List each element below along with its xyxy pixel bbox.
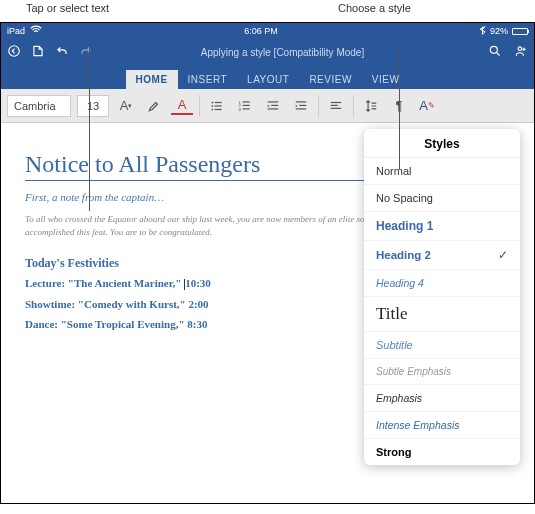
style-label: Heading 1 [376, 219, 433, 233]
svg-point-5 [211, 108, 213, 110]
numbering-button[interactable]: 123 [234, 95, 256, 117]
popover-title: Styles [364, 129, 520, 158]
style-label: Subtitle [376, 339, 413, 351]
app-window: iPad 6:06 PM 92% Applying a style [Compa… [0, 22, 535, 504]
svg-rect-12 [243, 101, 250, 102]
annotation-line-left [89, 41, 90, 211]
back-button[interactable] [7, 44, 21, 60]
outdent-button[interactable] [262, 95, 284, 117]
svg-rect-19 [299, 104, 306, 105]
ribbon-tabs: HOME INSERT LAYOUT REVIEW VIEW [1, 65, 534, 89]
style-option-strong[interactable]: Strong [364, 439, 520, 465]
svg-point-2 [518, 47, 522, 51]
svg-text:3: 3 [239, 106, 242, 111]
annotation-tap-select: Tap or select text [26, 2, 109, 14]
font-picker[interactable]: Cambria [7, 95, 71, 117]
style-option-intense-emphasis[interactable]: Intense Emphasis [364, 412, 520, 439]
doc-line-1a: Lecture: "The Ancient Mariner," [25, 277, 184, 289]
bluetooth-icon [479, 26, 486, 37]
style-option-heading-1[interactable]: Heading 1 [364, 212, 520, 241]
align-left-button[interactable] [325, 95, 347, 117]
redo-button[interactable] [79, 44, 93, 60]
separator [318, 95, 319, 117]
style-label: Title [376, 304, 408, 324]
font-color-button[interactable]: A [171, 97, 193, 115]
svg-rect-8 [215, 108, 222, 109]
style-option-subtle-emphasis[interactable]: Subtle Emphasis [364, 359, 520, 385]
doc-line-1b: 10:30 [185, 277, 211, 289]
device-label: iPad [7, 26, 25, 36]
svg-rect-14 [243, 108, 250, 109]
tab-view[interactable]: VIEW [362, 70, 410, 89]
svg-rect-21 [331, 101, 342, 102]
tab-insert[interactable]: INSERT [178, 70, 238, 89]
svg-rect-20 [296, 108, 307, 109]
tab-review[interactable]: REVIEW [299, 70, 361, 89]
battery-icon [512, 28, 528, 35]
annotation-layer: Tap or select text Choose a style [0, 0, 535, 22]
tab-home[interactable]: HOME [126, 70, 178, 89]
highlight-button[interactable] [143, 95, 165, 117]
style-option-subtitle[interactable]: Subtitle [364, 332, 520, 359]
document-canvas[interactable]: Notice to All Passengers First, a note f… [1, 123, 534, 503]
style-option-emphasis[interactable]: Emphasis [364, 385, 520, 412]
svg-rect-17 [268, 108, 279, 109]
separator [353, 95, 354, 117]
style-option-no-spacing[interactable]: No Spacing [364, 185, 520, 212]
tab-layout[interactable]: LAYOUT [237, 70, 299, 89]
styles-popover: Styles NormalNo SpacingHeading 1Heading … [364, 129, 520, 465]
file-actions-button[interactable] [31, 44, 45, 60]
style-option-heading-4[interactable]: Heading 4 [364, 270, 520, 297]
style-label: Normal [376, 165, 411, 177]
svg-rect-13 [243, 104, 250, 105]
style-option-title[interactable]: Title [364, 297, 520, 332]
style-label: Heading 2 [376, 249, 431, 261]
annotation-line-right [399, 41, 400, 169]
share-button[interactable] [514, 44, 528, 60]
svg-rect-22 [331, 104, 338, 105]
styles-button[interactable]: A✎ [416, 95, 438, 117]
ribbon-toolbar: Cambria 13 A▾ A 123 ¶ A✎ [1, 89, 534, 123]
style-label: Strong [376, 446, 411, 458]
indent-button[interactable] [290, 95, 312, 117]
check-icon: ✓ [498, 248, 508, 262]
svg-point-1 [490, 46, 497, 53]
font-format-button[interactable]: A▾ [115, 95, 137, 117]
ios-status-bar: iPad 6:06 PM 92% [1, 23, 534, 39]
style-label: No Spacing [376, 192, 433, 204]
svg-rect-18 [296, 101, 307, 102]
style-label: Intense Emphasis [376, 419, 459, 431]
style-option-normal[interactable]: Normal [364, 158, 520, 185]
svg-rect-6 [215, 101, 222, 102]
svg-rect-15 [268, 101, 279, 102]
undo-button[interactable] [55, 44, 69, 60]
battery-percent: 92% [490, 26, 508, 36]
wifi-icon [29, 23, 43, 39]
clock: 6:06 PM [43, 26, 479, 36]
style-label: Heading 4 [376, 277, 424, 289]
svg-rect-23 [331, 107, 342, 108]
annotation-choose-style: Choose a style [338, 2, 411, 14]
style-label: Emphasis [376, 392, 422, 404]
title-bar: Applying a style [Compatibility Mode] [1, 39, 534, 65]
style-label: Subtle Emphasis [376, 366, 451, 377]
document-title: Applying a style [Compatibility Mode] [97, 47, 468, 58]
svg-point-0 [9, 46, 20, 57]
svg-point-3 [211, 101, 213, 103]
svg-point-4 [211, 105, 213, 107]
styles-list: NormalNo SpacingHeading 1Heading 2✓Headi… [364, 158, 520, 465]
separator [199, 95, 200, 117]
font-size-picker[interactable]: 13 [77, 95, 109, 117]
search-button[interactable] [488, 44, 502, 60]
svg-rect-7 [215, 105, 222, 106]
svg-rect-16 [271, 104, 278, 105]
line-spacing-button[interactable] [360, 95, 382, 117]
bullets-button[interactable] [206, 95, 228, 117]
style-option-heading-2[interactable]: Heading 2✓ [364, 241, 520, 270]
